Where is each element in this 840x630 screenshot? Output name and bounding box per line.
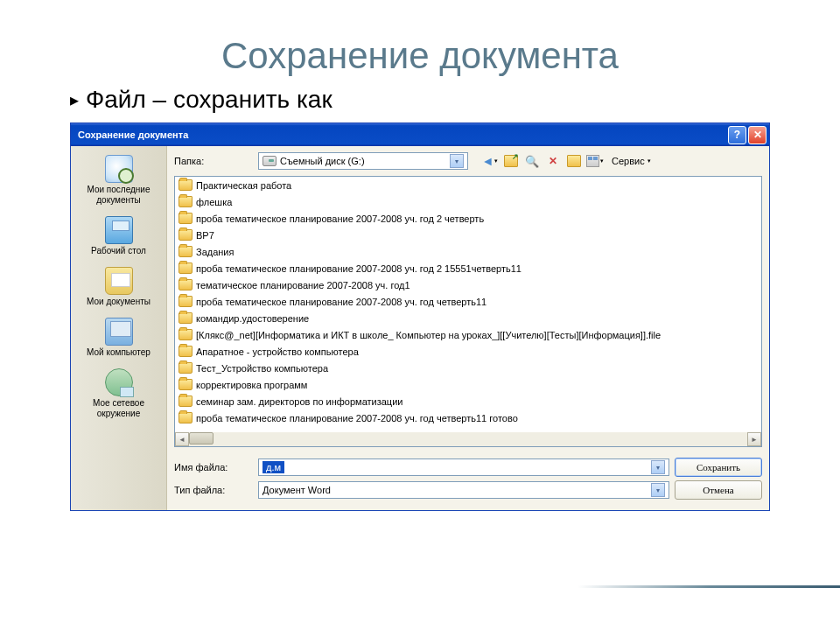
close-button[interactable]: ✕ <box>748 126 766 144</box>
sidebar-item-label: Мое сетевое окружение <box>74 398 163 419</box>
file-item[interactable]: проба тематическое планирование 2007-200… <box>175 260 761 276</box>
file-item[interactable]: ВР7 <box>175 227 761 243</box>
folder-icon <box>178 246 192 257</box>
ico-recent <box>105 155 133 183</box>
back-button[interactable]: ◄▾ <box>480 151 500 171</box>
file-item[interactable]: тематическое планирование 2007-2008 уч. … <box>175 276 761 293</box>
file-item[interactable]: семинар зам. директоров по информатизаци… <box>175 393 761 410</box>
folder-icon <box>178 279 192 290</box>
chevron-down-icon[interactable]: ▾ <box>651 483 665 497</box>
file-item[interactable]: командир.удостоверение <box>175 310 761 326</box>
back-icon: ◄ <box>482 154 494 168</box>
file-name: командир.удостоверение <box>196 313 309 324</box>
folder-icon <box>178 229 192 241</box>
folder-value: Съемный диск (G:) <box>280 156 365 166</box>
sidebar-item-4[interactable]: Мое сетевое окружение <box>73 365 164 426</box>
slide-bullet: Файл – сохранить как <box>70 86 788 114</box>
filename-value: д.м <box>262 461 284 473</box>
sidebar-item-label: Рабочий стол <box>74 246 163 256</box>
sidebar-item-2[interactable]: Мои документы <box>73 263 164 314</box>
file-item[interactable]: флешка <box>175 193 761 210</box>
search-button[interactable]: 🔍 <box>522 151 542 171</box>
tools-menu[interactable]: Сервис▾ <box>606 154 656 168</box>
folder-dropdown[interactable]: Съемный диск (G:) ▾ <box>258 152 468 170</box>
chevron-down-icon[interactable]: ▾ <box>450 154 464 168</box>
file-item[interactable]: проба тематическое планирование 2007-200… <box>175 410 761 426</box>
file-item[interactable]: Тест_Устройство компьютера <box>175 360 761 376</box>
file-name: корректировка программ <box>196 380 307 390</box>
file-item[interactable]: Практическая работа <box>175 177 761 193</box>
sidebar-item-3[interactable]: Мой компьютер <box>73 314 164 365</box>
folder-icon <box>178 362 192 374</box>
save-dialog: Сохранение документа ? ✕ Мои последние д… <box>70 122 770 511</box>
titlebar-text: Сохранение документа <box>78 130 728 140</box>
ico-mycomp <box>105 318 133 346</box>
folder-icon <box>178 396 192 407</box>
file-name: [Клякс@_net][Информатика и ИКТ в школе_ … <box>196 330 661 340</box>
delete-icon: ✕ <box>549 155 557 167</box>
filename-input[interactable]: д.м ▾ <box>258 458 669 476</box>
delete-button[interactable]: ✕ <box>543 151 563 171</box>
scroll-thumb[interactable] <box>189 432 214 444</box>
file-list[interactable]: Практическая работафлешкапроба тематичес… <box>174 176 762 447</box>
file-name: проба тематическое планирование 2007-200… <box>196 214 484 224</box>
folder-icon <box>178 312 192 324</box>
folder-icon <box>178 262 192 274</box>
places-sidebar: Мои последние документыРабочий столМои д… <box>71 146 167 510</box>
file-name: Апаратное - устройство компьютера <box>196 346 359 357</box>
folder-icon <box>178 346 192 357</box>
file-name: проба тематическое планирование 2007-200… <box>196 413 518 424</box>
new-folder-button[interactable] <box>564 151 584 171</box>
up-button[interactable] <box>501 151 521 171</box>
slide-title: Сохранение документа <box>52 35 788 77</box>
ico-desktop <box>105 216 133 244</box>
file-name: флешка <box>196 197 232 207</box>
decorative-line <box>578 585 840 588</box>
sidebar-item-0[interactable]: Мои последние документы <box>73 151 164 213</box>
save-button[interactable]: Сохранить <box>675 458 762 477</box>
new-folder-icon <box>567 155 581 167</box>
filetype-dropdown[interactable]: Документ Word ▾ <box>258 481 669 499</box>
file-item[interactable]: проба тематическое планирование 2007-200… <box>175 210 761 227</box>
scroll-right-button[interactable]: ► <box>747 432 761 446</box>
search-icon: 🔍 <box>525 155 539 168</box>
cancel-button[interactable]: Отмена <box>675 480 762 500</box>
chevron-down-icon[interactable]: ▾ <box>651 460 665 474</box>
file-item[interactable]: Апаратное - устройство компьютера <box>175 343 761 360</box>
file-name: Тест_Устройство компьютера <box>196 363 328 374</box>
bullet-text: Файл – сохранить как <box>86 86 332 114</box>
sidebar-item-label: Мои документы <box>74 297 163 307</box>
horizontal-scrollbar[interactable]: ◄ ► <box>175 432 761 446</box>
ico-network <box>105 368 133 396</box>
file-item[interactable]: проба тематическое планирование 2007-200… <box>175 293 761 310</box>
sidebar-item-1[interactable]: Рабочий стол <box>73 213 164 263</box>
filetype-label: Тип файла: <box>174 485 253 495</box>
file-item[interactable]: [Клякс@_net][Информатика и ИКТ в школе_ … <box>175 326 761 343</box>
folder-icon <box>178 213 192 224</box>
scroll-track[interactable] <box>189 432 747 446</box>
folder-icon <box>178 196 192 207</box>
file-name: Практическая работа <box>196 180 291 191</box>
views-button[interactable]: ▾ <box>585 151 605 171</box>
folder-icon <box>178 179 192 191</box>
ico-mydocs <box>105 267 133 295</box>
views-icon <box>586 155 599 167</box>
file-name: проба тематическое планирование 2007-200… <box>196 297 486 307</box>
file-name: тематическое планирование 2007-2008 уч. … <box>196 280 410 290</box>
folder-icon <box>178 379 192 390</box>
toolbar: ◄▾ 🔍 ✕ ▾ Сервис▾ <box>480 151 656 171</box>
sidebar-item-label: Мой компьютер <box>74 347 163 358</box>
file-name: семинар зам. директоров по информатизаци… <box>196 396 402 407</box>
folder-icon <box>178 329 192 340</box>
help-button[interactable]: ? <box>728 126 746 144</box>
filename-label: Имя файла: <box>174 462 253 472</box>
file-item[interactable]: Задания <box>175 243 761 260</box>
file-name: ВР7 <box>196 230 214 241</box>
folder-label: Папка: <box>174 156 253 166</box>
drive-icon <box>262 156 276 166</box>
titlebar[interactable]: Сохранение документа ? ✕ <box>71 123 769 146</box>
scroll-left-button[interactable]: ◄ <box>175 432 189 446</box>
filetype-value: Документ Word <box>262 485 331 495</box>
file-item[interactable]: корректировка программ <box>175 376 761 393</box>
file-name: Задания <box>196 247 234 257</box>
